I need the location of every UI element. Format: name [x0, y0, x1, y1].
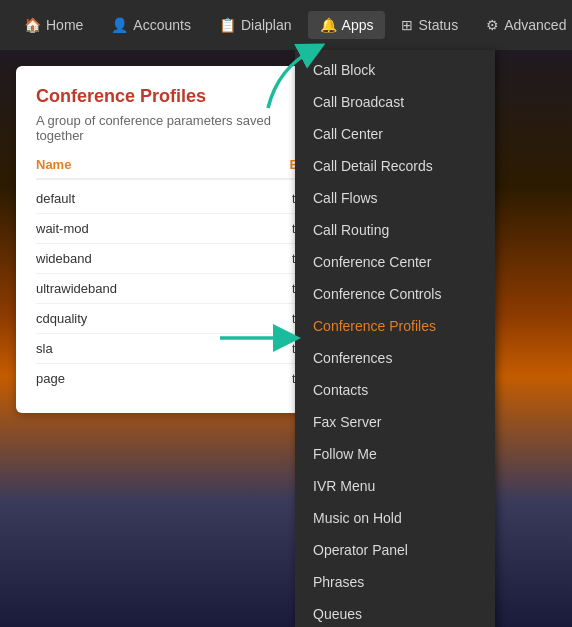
table-header: Name En	[36, 157, 306, 180]
nav-status-label: Status	[418, 17, 458, 33]
row-name: sla	[36, 341, 276, 356]
accounts-icon: 👤	[111, 17, 128, 33]
row-name: default	[36, 191, 276, 206]
row-name: wait-mod	[36, 221, 276, 236]
table-row[interactable]: ultrawideband tru	[36, 274, 306, 304]
dropdown-item-call-center[interactable]: Call Center	[295, 118, 495, 150]
table-body: default tru wait-mod tru wideband tru ul…	[36, 184, 306, 393]
home-icon: 🏠	[24, 17, 41, 33]
status-icon: ⊞	[401, 17, 413, 33]
dropdown-item-queues[interactable]: Queues	[295, 598, 495, 627]
dropdown-item-call-block[interactable]: Call Block	[295, 54, 495, 86]
page-title: Conference Profiles	[36, 86, 306, 107]
row-name: page	[36, 371, 276, 386]
nav-dialplan-label: Dialplan	[241, 17, 292, 33]
dropdown-item-call-routing[interactable]: Call Routing	[295, 214, 495, 246]
nav-advanced[interactable]: ⚙ Advanced	[474, 11, 572, 39]
dropdown-item-conferences[interactable]: Conferences	[295, 342, 495, 374]
dropdown-item-call-flows[interactable]: Call Flows	[295, 182, 495, 214]
row-name: ultrawideband	[36, 281, 276, 296]
nav-apps-label: Apps	[342, 17, 374, 33]
nav-status[interactable]: ⊞ Status	[389, 11, 470, 39]
dropdown-item-operator-panel[interactable]: Operator Panel	[295, 534, 495, 566]
apps-dropdown: Call BlockCall BroadcastCall CenterCall …	[295, 50, 495, 627]
table-row[interactable]: wideband tru	[36, 244, 306, 274]
dropdown-item-follow-me[interactable]: Follow Me	[295, 438, 495, 470]
dropdown-item-music-on-hold[interactable]: Music on Hold	[295, 502, 495, 534]
table-row[interactable]: page tru	[36, 364, 306, 393]
dropdown-item-phrases[interactable]: Phrases	[295, 566, 495, 598]
dropdown-item-conference-center[interactable]: Conference Center	[295, 246, 495, 278]
nav-accounts[interactable]: 👤 Accounts	[99, 11, 203, 39]
advanced-icon: ⚙	[486, 17, 499, 33]
dialplan-icon: 📋	[219, 17, 236, 33]
dropdown-item-conference-controls[interactable]: Conference Controls	[295, 278, 495, 310]
dropdown-items-container: Call BlockCall BroadcastCall CenterCall …	[295, 54, 495, 627]
nav-home[interactable]: 🏠 Home	[12, 11, 95, 39]
apps-icon: 🔔	[320, 17, 337, 33]
dropdown-item-contacts[interactable]: Contacts	[295, 374, 495, 406]
table-row[interactable]: sla tru	[36, 334, 306, 364]
dropdown-item-conference-profiles[interactable]: Conference Profiles	[295, 310, 495, 342]
table-row[interactable]: default tru	[36, 184, 306, 214]
nav-advanced-label: Advanced	[504, 17, 566, 33]
row-name: cdquality	[36, 311, 276, 326]
dropdown-item-ivr-menu[interactable]: IVR Menu	[295, 470, 495, 502]
row-name: wideband	[36, 251, 276, 266]
table-row[interactable]: wait-mod tru	[36, 214, 306, 244]
nav-dialplan[interactable]: 📋 Dialplan	[207, 11, 304, 39]
dropdown-item-call-broadcast[interactable]: Call Broadcast	[295, 86, 495, 118]
dropdown-item-call-detail-records[interactable]: Call Detail Records	[295, 150, 495, 182]
table-row[interactable]: cdquality tru	[36, 304, 306, 334]
nav-home-label: Home	[46, 17, 83, 33]
dropdown-item-fax-server[interactable]: Fax Server	[295, 406, 495, 438]
content-panel: Conference Profiles A group of conferenc…	[16, 66, 326, 413]
page-subtitle: A group of conference parameters saved t…	[36, 113, 306, 143]
nav-accounts-label: Accounts	[133, 17, 191, 33]
nav-apps[interactable]: 🔔 Apps	[308, 11, 386, 39]
navbar: 🏠 Home 👤 Accounts 📋 Dialplan 🔔 Apps ⊞ St…	[0, 0, 572, 50]
col-name-header: Name	[36, 157, 276, 172]
